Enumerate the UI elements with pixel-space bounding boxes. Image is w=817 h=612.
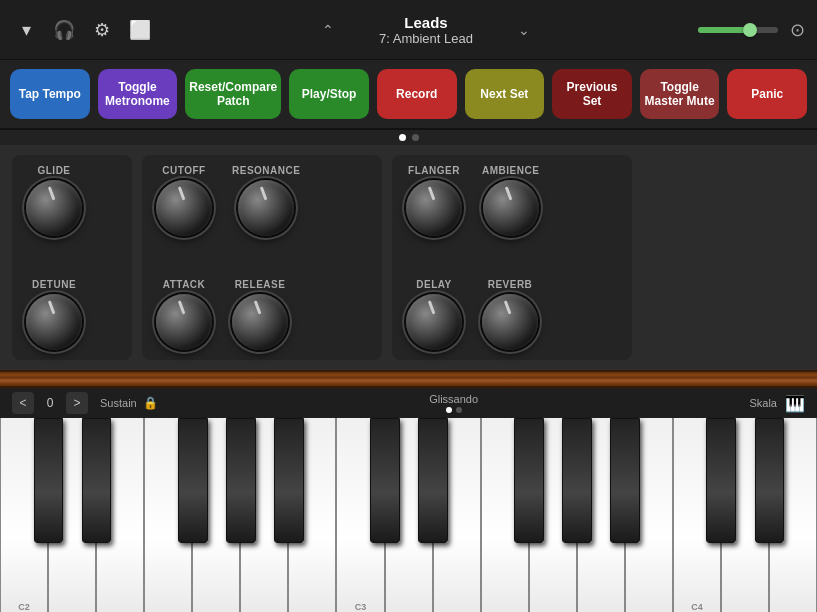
patch-nav: ⌃ Leads 7: Ambient Lead ⌄ xyxy=(318,14,534,46)
keyboard-controls-center: Glissando xyxy=(429,393,478,413)
black-key-G#3[interactable] xyxy=(562,418,592,543)
detune-knob[interactable] xyxy=(26,294,82,350)
volume-slider-container[interactable] xyxy=(698,27,778,33)
black-key-C#3[interactable] xyxy=(370,418,400,543)
top-bar-right: ⊙ xyxy=(698,19,805,41)
black-key-F#3[interactable] xyxy=(514,418,544,543)
person-icon[interactable]: ⚙ xyxy=(88,16,116,44)
delay-group: DELAY xyxy=(406,279,462,350)
volume-thumb xyxy=(743,23,757,37)
octave-number: 0 xyxy=(40,396,60,410)
right-panel: FLANGER AMBIENCE DELAY REVERB xyxy=(392,155,632,360)
sustain-label: Sustain xyxy=(100,397,137,409)
cutoff-label: CUTOFF xyxy=(162,165,205,176)
ambience-knob[interactable] xyxy=(483,180,539,236)
panic-button[interactable]: Panic xyxy=(727,69,807,119)
record-button[interactable]: Record xyxy=(377,69,457,119)
attack-knob[interactable] xyxy=(156,294,212,350)
patch-main-title: Leads xyxy=(346,14,506,31)
lock-icon[interactable]: 🔒 xyxy=(143,396,158,410)
release-label: RELEASE xyxy=(235,279,286,290)
black-key-A#2[interactable] xyxy=(274,418,304,543)
settings-icon[interactable]: ⊙ xyxy=(790,19,805,41)
glissando-label: Glissando xyxy=(429,393,478,405)
button-strip: Tap Tempo Toggle Metronome Reset/Compare… xyxy=(0,60,817,130)
black-key-C#4[interactable] xyxy=(706,418,736,543)
release-group: RELEASE xyxy=(232,279,288,350)
resonance-knob[interactable] xyxy=(238,180,294,236)
detune-group: DETUNE xyxy=(26,279,82,350)
middle-panel: CUTOFF RESONANCE ATTACK RELEASE xyxy=(142,155,382,360)
knobs-section: GLIDE DETUNE CUTOFF RESONANCE ATTACK xyxy=(0,145,817,370)
next-set-button[interactable]: Next Set xyxy=(465,69,545,119)
headphones-icon[interactable]: 🎧 xyxy=(50,16,78,44)
bottom-knob-row-middle: ATTACK RELEASE xyxy=(156,279,368,350)
reverb-group: REVERB xyxy=(482,279,538,350)
key-label-C4: C4 xyxy=(691,602,703,612)
delay-knob[interactable] xyxy=(406,294,462,350)
toggle-master-mute-button[interactable]: Toggle Master Mute xyxy=(640,69,720,119)
bottom-knob-row-left: DETUNE xyxy=(26,279,118,350)
top-knob-row-left: GLIDE xyxy=(26,165,118,236)
key-label-C3: C3 xyxy=(355,602,367,612)
attack-group: ATTACK xyxy=(156,279,212,350)
ambience-label: AMBIENCE xyxy=(482,165,539,176)
reset-compare-button[interactable]: Reset/Compare Patch xyxy=(185,69,281,119)
patch-title: Leads 7: Ambient Lead xyxy=(346,14,506,46)
top-knob-row-right: FLANGER AMBIENCE xyxy=(406,165,618,236)
skala-label: Skala xyxy=(749,397,777,409)
black-key-G#2[interactable] xyxy=(226,418,256,543)
patch-next-arrow[interactable]: ⌄ xyxy=(514,18,534,42)
top-bar: ▾ 🎧 ⚙ ⬜ ⌃ Leads 7: Ambient Lead ⌄ ⊙ xyxy=(0,0,817,60)
keyboard-controls-left: < 0 > Sustain 🔒 xyxy=(12,392,158,414)
flanger-group: FLANGER xyxy=(406,165,462,236)
top-bar-left: ▾ 🎧 ⚙ ⬜ xyxy=(12,16,154,44)
black-key-D#3[interactable] xyxy=(418,418,448,543)
reverb-knob[interactable] xyxy=(482,294,538,350)
detune-label: DETUNE xyxy=(32,279,76,290)
ambience-group: AMBIENCE xyxy=(482,165,539,236)
attack-label: ATTACK xyxy=(163,279,206,290)
octave-down-button[interactable]: < xyxy=(12,392,34,414)
keyboard-controls: < 0 > Sustain 🔒 Glissando Skala 🎹 xyxy=(0,388,817,418)
page-dots xyxy=(0,130,817,145)
patch-prev-arrow[interactable]: ⌃ xyxy=(318,18,338,42)
black-key-A#3[interactable] xyxy=(610,418,640,543)
dot-1[interactable] xyxy=(399,134,406,141)
tap-tempo-button[interactable]: Tap Tempo xyxy=(10,69,90,119)
resonance-group: RESONANCE xyxy=(232,165,300,236)
black-key-C#2[interactable] xyxy=(34,418,64,543)
octave-up-button[interactable]: > xyxy=(66,392,88,414)
black-key-F#2[interactable] xyxy=(178,418,208,543)
cutoff-knob[interactable] xyxy=(156,180,212,236)
piano-area[interactable]: C2C3C4 xyxy=(0,418,817,612)
play-stop-button[interactable]: Play/Stop xyxy=(289,69,369,119)
volume-slider[interactable] xyxy=(698,27,778,33)
black-key-D#2[interactable] xyxy=(82,418,112,543)
glissando-dot-1[interactable] xyxy=(446,407,452,413)
black-key-D#4[interactable] xyxy=(755,418,785,543)
bottom-knob-row-right: DELAY REVERB xyxy=(406,279,618,350)
delay-label: DELAY xyxy=(416,279,451,290)
previous-set-button[interactable]: Previous Set xyxy=(552,69,632,119)
dot-2[interactable] xyxy=(412,134,419,141)
top-bar-center: ⌃ Leads 7: Ambient Lead ⌄ xyxy=(318,14,534,46)
glide-knob[interactable] xyxy=(26,180,82,236)
dropdown-icon[interactable]: ▾ xyxy=(12,16,40,44)
resonance-label: RESONANCE xyxy=(232,165,300,176)
glissando-dot-2[interactable] xyxy=(456,407,462,413)
cutoff-group: CUTOFF xyxy=(156,165,212,236)
release-knob[interactable] xyxy=(232,294,288,350)
glide-group: GLIDE xyxy=(26,165,82,236)
window-icon[interactable]: ⬜ xyxy=(126,16,154,44)
toggle-metronome-button[interactable]: Toggle Metronome xyxy=(98,69,178,119)
key-label-C2: C2 xyxy=(18,602,30,612)
left-panel: GLIDE DETUNE xyxy=(12,155,132,360)
white-keys: C2C3C4 xyxy=(0,418,817,612)
reverb-label: REVERB xyxy=(488,279,533,290)
keyboard-controls-right: Skala 🎹 xyxy=(749,394,805,413)
piano-layout-icon[interactable]: 🎹 xyxy=(785,394,805,413)
flanger-knob[interactable] xyxy=(406,180,462,236)
glissando-dots xyxy=(446,407,462,413)
woodgrain-bar xyxy=(0,370,817,388)
